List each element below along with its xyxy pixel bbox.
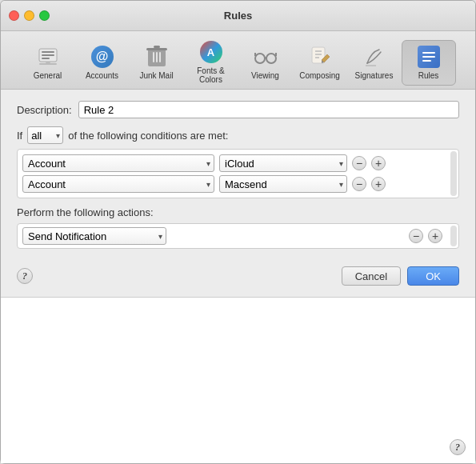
cancel-button[interactable]: Cancel bbox=[342, 266, 401, 286]
condition-value-select-2[interactable]: Macsend iCloud Gmail bbox=[219, 175, 347, 193]
following-label: of the following conditions are met: bbox=[68, 130, 228, 142]
titlebar: Rules bbox=[1, 1, 475, 31]
description-row: Description: bbox=[17, 101, 459, 118]
maximize-button[interactable] bbox=[39, 10, 50, 21]
at-icon: @ bbox=[90, 44, 115, 70]
actions-list: Send Notification Move Message Copy Mess… bbox=[17, 223, 459, 249]
trash-icon bbox=[144, 44, 170, 70]
help-button[interactable]: ? bbox=[17, 268, 33, 284]
titlebar-buttons bbox=[9, 10, 50, 21]
toolbar-item-general[interactable]: General bbox=[21, 41, 75, 85]
dialog-buttons: Cancel OK bbox=[342, 266, 459, 286]
minimize-button[interactable] bbox=[24, 10, 34, 21]
svg-rect-3 bbox=[42, 58, 50, 59]
lower-email-panel: ? bbox=[1, 297, 475, 463]
rules-icon bbox=[416, 44, 442, 70]
conditions-list: Account Subject From To iCloud Gmail Mac… bbox=[17, 149, 459, 198]
conditions-select-wrapper: all any bbox=[27, 126, 63, 144]
toolbar-label-fonts-colors: Fonts & Colors bbox=[187, 66, 235, 84]
svg-rect-22 bbox=[422, 56, 435, 58]
toolbar-item-fonts-colors[interactable]: A Fonts & Colors bbox=[184, 36, 238, 89]
action-select-1[interactable]: Send Notification Move Message Copy Mess… bbox=[22, 227, 166, 245]
condition-field-select-1[interactable]: Account Subject From To bbox=[22, 154, 214, 172]
svg-point-12 bbox=[255, 54, 265, 63]
svg-point-13 bbox=[266, 54, 276, 63]
condition-field-select-wrapper-1: Account Subject From To bbox=[22, 154, 214, 172]
action-row-1: Send Notification Move Message Copy Mess… bbox=[22, 227, 442, 245]
toolbar-label-rules: Rules bbox=[418, 71, 439, 80]
toolbar-label-viewing: Viewing bbox=[251, 71, 279, 80]
toolbar-label-general: General bbox=[34, 71, 62, 80]
toolbar: General @ Accounts Junk Mail bbox=[1, 31, 475, 90]
toolbar-label-junk-mail: Junk Mail bbox=[139, 71, 173, 80]
svg-rect-5 bbox=[46, 62, 50, 63]
toolbar-item-accounts[interactable]: @ Accounts bbox=[75, 41, 130, 85]
lower-help-button[interactable]: ? bbox=[450, 439, 466, 455]
toolbar-item-rules[interactable]: Rules bbox=[402, 40, 456, 86]
svg-rect-11 bbox=[159, 52, 161, 62]
actions-scrollbar[interactable] bbox=[450, 226, 457, 246]
toolbar-item-viewing[interactable]: Viewing bbox=[238, 41, 293, 85]
svg-rect-21 bbox=[422, 52, 435, 54]
add-condition-1-button[interactable]: + bbox=[371, 156, 386, 170]
svg-rect-2 bbox=[42, 54, 54, 56]
toolbar-label-signatures: Signatures bbox=[355, 71, 394, 80]
svg-rect-8 bbox=[154, 46, 160, 48]
window: Rules General @ Accounts bbox=[0, 0, 476, 464]
svg-rect-9 bbox=[153, 52, 154, 62]
add-condition-2-button[interactable]: + bbox=[371, 177, 386, 191]
conditions-header: If all any of the following conditions a… bbox=[17, 126, 459, 144]
action-select-wrapper-1: Send Notification Move Message Copy Mess… bbox=[22, 227, 166, 245]
condition-row-1: Account Subject From To iCloud Gmail Mac… bbox=[22, 153, 442, 174]
toolbar-item-composing[interactable]: Composing bbox=[293, 41, 347, 85]
toolbar-label-accounts: Accounts bbox=[86, 71, 118, 80]
palette-icon: A bbox=[198, 39, 224, 65]
conditions-select[interactable]: all any bbox=[27, 126, 63, 144]
if-label: If bbox=[17, 130, 22, 142]
condition-field-select-wrapper-2: Account Subject From To bbox=[22, 175, 214, 193]
condition-value-select-wrapper-2: Macsend iCloud Gmail bbox=[219, 175, 347, 193]
svg-rect-23 bbox=[422, 60, 431, 62]
bottom-bar: ? Cancel OK bbox=[1, 258, 475, 297]
conditions-scrollbar[interactable] bbox=[450, 151, 457, 196]
svg-rect-10 bbox=[156, 52, 158, 62]
condition-value-select-wrapper-1: iCloud Gmail Macsend bbox=[219, 154, 347, 172]
svg-rect-4 bbox=[39, 63, 57, 65]
actions-label: Perform the following actions: bbox=[17, 206, 459, 218]
svg-rect-7 bbox=[146, 48, 167, 50]
pencil-icon bbox=[307, 44, 333, 70]
condition-value-select-1[interactable]: iCloud Gmail Macsend bbox=[219, 154, 347, 172]
toolbar-item-junk-mail[interactable]: Junk Mail bbox=[130, 41, 184, 85]
svg-rect-1 bbox=[42, 51, 54, 53]
add-action-1-button[interactable]: + bbox=[428, 229, 442, 243]
close-button[interactable] bbox=[9, 10, 19, 21]
toolbar-label-composing: Composing bbox=[299, 71, 340, 80]
pen-icon bbox=[362, 44, 387, 70]
toolbar-item-signatures[interactable]: Signatures bbox=[347, 41, 402, 85]
ok-button[interactable]: OK bbox=[407, 266, 459, 286]
remove-condition-2-button[interactable]: − bbox=[352, 177, 366, 191]
condition-row-2: Account Subject From To Macsend iCloud G… bbox=[22, 174, 442, 194]
description-label: Description: bbox=[17, 104, 72, 116]
glasses-icon bbox=[253, 44, 278, 70]
window-title: Rules bbox=[224, 10, 252, 22]
remove-condition-1-button[interactable]: − bbox=[352, 156, 366, 170]
remove-action-1-button[interactable]: − bbox=[409, 229, 423, 243]
condition-field-select-2[interactable]: Account Subject From To bbox=[22, 175, 214, 193]
description-input[interactable] bbox=[78, 101, 459, 118]
gear-icon bbox=[35, 44, 61, 70]
